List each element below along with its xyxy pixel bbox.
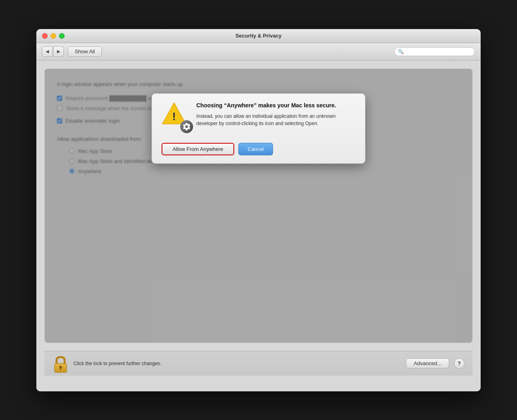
- dialog-overlay: ! Choosing “Anywhere” makes your Mac les…: [45, 69, 472, 343]
- security-dialog: ! Choosing “Anywhere” makes your Mac les…: [151, 93, 366, 164]
- dialog-body: Instead, you can allow an individual app…: [196, 113, 355, 127]
- nav-buttons: ◀ ▶: [42, 46, 64, 57]
- search-icon: 🔍: [398, 49, 404, 54]
- back-button[interactable]: ◀: [42, 46, 53, 57]
- maximize-button[interactable]: [59, 33, 65, 39]
- dialog-buttons: Allow From Anywhere Cancel: [162, 143, 355, 155]
- svg-rect-4: [60, 368, 61, 370]
- minimize-button[interactable]: [50, 33, 56, 39]
- search-bar[interactable]: 🔍: [394, 47, 475, 56]
- traffic-lights: [42, 33, 65, 39]
- window-title: Security & Privacy: [235, 33, 282, 39]
- content-panel: A login window appears when your compute…: [44, 69, 473, 343]
- close-button[interactable]: [42, 33, 48, 39]
- allow-from-anywhere-button[interactable]: Allow From Anywhere: [162, 143, 234, 155]
- gear-icon: [182, 122, 191, 131]
- search-input[interactable]: [406, 49, 471, 54]
- bottom-bar: Click the lock to prevent further change…: [44, 351, 473, 376]
- cancel-button[interactable]: Cancel: [238, 143, 273, 155]
- dialog-header: ! Choosing “Anywhere” makes your Mac les…: [162, 102, 355, 130]
- help-button[interactable]: ?: [454, 358, 464, 369]
- title-bar: Security & Privacy: [36, 29, 481, 43]
- dialog-text-area: Choosing “Anywhere” makes your Mac less …: [196, 102, 355, 130]
- lock-icon-container[interactable]: [53, 355, 69, 372]
- toolbar: ◀ ▶ Show All 🔍: [36, 43, 481, 61]
- forward-button[interactable]: ▶: [53, 46, 64, 57]
- main-content: A login window appears when your compute…: [36, 61, 481, 391]
- lock-status-text: Click the lock to prevent further change…: [74, 361, 401, 366]
- main-window: Security & Privacy ◀ ▶ Show All 🔍 A logi…: [36, 29, 481, 391]
- dialog-title: Choosing “Anywhere” makes your Mac less …: [196, 102, 355, 110]
- gear-badge: [180, 120, 193, 133]
- show-all-button[interactable]: Show All: [68, 46, 102, 57]
- lock-icon: [53, 355, 69, 373]
- svg-text:!: !: [172, 109, 176, 122]
- warning-icon-wrapper: !: [162, 102, 190, 130]
- advanced-button[interactable]: Advanced...: [406, 358, 449, 368]
